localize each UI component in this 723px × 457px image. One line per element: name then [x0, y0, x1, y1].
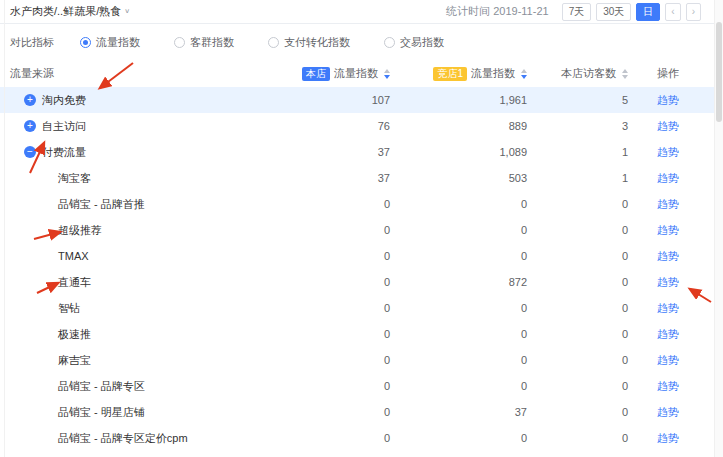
traffic-source-label: TMAX — [58, 250, 89, 262]
table-row[interactable]: 直通车 0 872 0 趋势 — [0, 269, 723, 295]
traffic-source-label: 智钻 — [58, 301, 80, 316]
own-index-value: 0 — [280, 224, 390, 236]
column-own-index: 本店 流量指数 — [280, 66, 390, 81]
table-row[interactable]: TMAX 0 0 0 趋势 — [0, 243, 723, 269]
table-row[interactable]: 品销宝 - 品牌专区 0 0 0 趋势 — [0, 373, 723, 399]
table-row[interactable]: 品销宝 - 品牌首推 0 0 0 趋势 — [0, 191, 723, 217]
competitor-index-value: 0 — [390, 250, 527, 262]
table-row[interactable]: + 淘内免费 107 1,961 5 趋势 — [0, 87, 723, 113]
category-breadcrumb[interactable]: 水产肉类/..鲜蔬果/熟食 ∨ — [10, 4, 130, 19]
radio-icon — [268, 37, 279, 48]
date-controls: 统计时间 2019-11-21 7天 30天 日 ‹ › — [446, 3, 701, 21]
traffic-source-label: 极速推 — [58, 327, 91, 342]
competitor-index-value: 872 — [390, 276, 527, 288]
compare-metric-row: 对比指标 流量指数 客群指数 支付转化指数 交易指数 — [0, 24, 723, 60]
range-30d-button[interactable]: 30天 — [596, 3, 631, 21]
traffic-source-label: 品销宝 - 品牌专区定价cpm — [58, 431, 188, 446]
radio-label: 客群指数 — [190, 35, 234, 50]
traffic-source-label: 麻吉宝 — [58, 353, 91, 368]
chevron-down-icon: ∨ — [124, 8, 130, 15]
own-index-value: 0 — [280, 432, 390, 444]
source-cell: 直通车 — [10, 275, 280, 290]
radio-icon — [174, 37, 185, 48]
trend-link[interactable]: 趋势 — [657, 276, 679, 288]
radio-transaction-index[interactable]: 交易指数 — [384, 35, 444, 50]
own-visitors-value: 0 — [527, 198, 628, 210]
own-index-value: 0 — [280, 406, 390, 418]
trend-link[interactable]: 趋势 — [657, 432, 679, 444]
radio-traffic-index[interactable]: 流量指数 — [80, 35, 140, 50]
own-index-value: 107 — [280, 94, 390, 106]
table-row[interactable]: 超级推荐 0 0 0 趋势 — [0, 217, 723, 243]
trend-link[interactable]: 趋势 — [657, 380, 679, 392]
source-cell: + 淘内免费 — [10, 93, 280, 108]
competitor-index-value: 1,961 — [390, 94, 527, 106]
own-visitors-value: 0 — [527, 250, 628, 262]
trend-link[interactable]: 趋势 — [657, 328, 679, 340]
competitor-index-value: 889 — [390, 120, 527, 132]
radio-conversion-index[interactable]: 支付转化指数 — [268, 35, 350, 50]
trend-link[interactable]: 趋势 — [657, 94, 679, 106]
trend-link[interactable]: 趋势 — [657, 224, 679, 236]
radio-label: 支付转化指数 — [284, 35, 350, 50]
breadcrumb-text: 水产肉类/..鲜蔬果/熟食 — [10, 4, 121, 19]
competitor-index-value: 503 — [390, 172, 527, 184]
source-cell: 品销宝 - 品牌专区 — [10, 379, 280, 394]
competitor-index-value: 0 — [390, 302, 527, 314]
table-row[interactable]: 品销宝 - 品牌专区定价cpm 0 0 0 趋势 — [0, 425, 723, 451]
source-cell: TMAX — [10, 250, 280, 262]
source-cell: 超级推荐 — [10, 223, 280, 238]
trend-link[interactable]: 趋势 — [657, 354, 679, 366]
table-row[interactable]: 极速推 0 0 0 趋势 — [0, 321, 723, 347]
own-index-value: 0 — [280, 302, 390, 314]
vertical-scrollbar[interactable] — [714, 0, 723, 457]
page-left-edge — [4, 0, 5, 457]
table-row[interactable]: − 付费流量 37 1,089 1 趋势 — [0, 139, 723, 165]
own-index-value: 76 — [280, 120, 390, 132]
scrollbar-thumb[interactable] — [716, 22, 722, 122]
trend-link[interactable]: 趋势 — [657, 250, 679, 262]
traffic-source-label: 自主访问 — [42, 119, 86, 134]
range-day-button[interactable]: 日 — [636, 3, 660, 21]
table-row[interactable]: 麻吉宝 0 0 0 趋势 — [0, 347, 723, 373]
table-row[interactable]: 智钻 0 0 0 趋势 — [0, 295, 723, 321]
source-cell: − 付费流量 — [10, 145, 280, 160]
expand-toggle-icon[interactable]: − — [24, 146, 36, 158]
competitor-index-value: 0 — [390, 198, 527, 210]
trend-link[interactable]: 趋势 — [657, 406, 679, 418]
traffic-source-label: 超级推荐 — [58, 223, 102, 238]
competitor-index-value: 0 — [390, 328, 527, 340]
table-row[interactable]: 淘宝客 37 503 1 趋势 — [0, 165, 723, 191]
table-row[interactable]: + 自主访问 76 889 3 趋势 — [0, 113, 723, 139]
competitor-index-value: 0 — [390, 432, 527, 444]
radio-icon — [384, 37, 395, 48]
table-row[interactable]: 品销宝 - 明星店铺 0 37 0 趋势 — [0, 399, 723, 425]
trend-link[interactable]: 趋势 — [657, 198, 679, 210]
compare-metric-label: 对比指标 — [10, 35, 54, 50]
traffic-source-table: 流量来源 本店 流量指数 竞店1 流量指数 本店访客数 操作 + 淘内免费 10… — [0, 60, 723, 451]
trend-link[interactable]: 趋势 — [657, 302, 679, 314]
next-day-button[interactable]: › — [686, 3, 701, 21]
range-7d-button[interactable]: 7天 — [562, 3, 592, 21]
own-index-value: 37 — [280, 172, 390, 184]
trend-link[interactable]: 趋势 — [657, 172, 679, 184]
competitor-index-value: 0 — [390, 224, 527, 236]
competitor-badge: 竞店1 — [433, 67, 467, 81]
own-visitors-value: 0 — [527, 276, 628, 288]
own-visitors-value: 1 — [527, 146, 628, 158]
traffic-source-label: 付费流量 — [42, 145, 86, 160]
trend-link[interactable]: 趋势 — [657, 120, 679, 132]
radio-customer-index[interactable]: 客群指数 — [174, 35, 234, 50]
column-own-visitors: 本店访客数 — [527, 66, 628, 81]
column-action: 操作 — [628, 66, 708, 81]
expand-toggle-icon[interactable]: + — [24, 94, 36, 106]
own-visitors-value: 3 — [527, 120, 628, 132]
column-traffic-source: 流量来源 — [10, 66, 280, 81]
source-cell: 淘宝客 — [10, 171, 280, 186]
traffic-source-label: 品销宝 - 品牌首推 — [58, 197, 145, 212]
expand-toggle-icon[interactable]: + — [24, 120, 36, 132]
trend-link[interactable]: 趋势 — [657, 146, 679, 158]
source-cell: + 自主访问 — [10, 119, 280, 134]
competitor-index-value: 1,089 — [390, 146, 527, 158]
prev-day-button[interactable]: ‹ — [665, 3, 680, 21]
